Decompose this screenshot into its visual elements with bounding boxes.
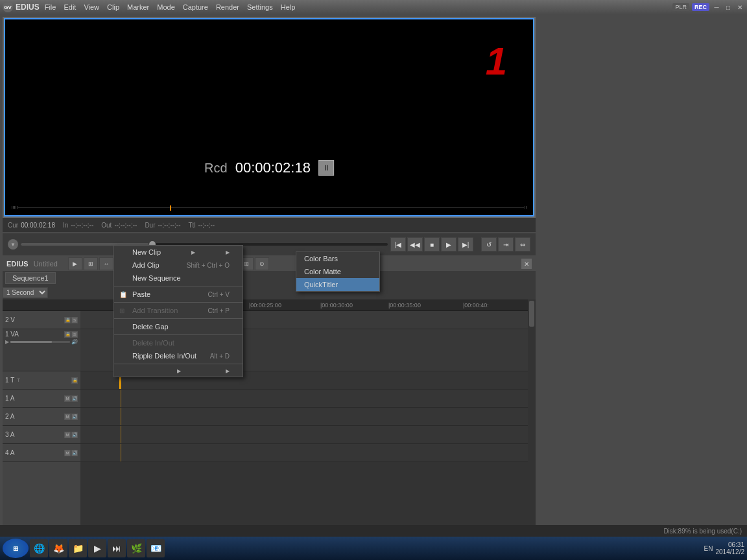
taskbar-time: 06:31 [728, 541, 744, 548]
track-row-2a [80, 408, 528, 426]
ctx-delete-gap[interactable]: Delete Gap [114, 320, 243, 333]
pause-button[interactable]: ⏸ [318, 160, 334, 176]
ctx-paste-shortcut: Ctrl + V [208, 291, 230, 298]
ctx-add-transition-label: Add Transition [132, 307, 178, 314]
scale-select[interactable]: 1 Second [3, 287, 48, 298]
track-1a-vol[interactable]: 🔊 [71, 395, 78, 402]
taskbar-date: 2014/12/2 [716, 548, 745, 555]
btn-match-frame[interactable]: ⇥ [498, 237, 514, 251]
ctx-delete-inout-label: Delete In/Out [132, 339, 174, 347]
track-4a-mute[interactable]: M [64, 450, 71, 456]
menu-view[interactable]: View [84, 3, 99, 11]
tool-btn-2[interactable]: ⊞ [84, 257, 98, 270]
taskbar-icon-2[interactable]: 🦊 [49, 539, 67, 557]
track-label-2a: 2 A M 🔊 [3, 408, 80, 426]
maximize-button[interactable]: □ [724, 3, 733, 12]
ctx-sep-1 [114, 286, 243, 286]
menu-file[interactable]: File [45, 3, 56, 11]
menu-clip[interactable]: Clip [107, 3, 119, 11]
track-1a-mute[interactable]: M [64, 395, 71, 402]
ctx-ripple-delete[interactable]: Ripple Delete In/Out Alt + D [114, 349, 243, 362]
btn-play-rev[interactable]: ◀◀ [407, 237, 423, 251]
menu-render[interactable]: Render [216, 3, 239, 11]
btn-sync[interactable]: ⇔ [515, 237, 530, 251]
preview-timecode: Rcd 00:00:02:18 ⏸ [204, 159, 334, 176]
rec-badge: REC [692, 3, 709, 11]
taskbar-icon-1[interactable]: 🌐 [30, 539, 48, 557]
in-value: --:--:--:-- [71, 222, 93, 229]
ruler-mark-3: |00:00:25:00 [249, 302, 281, 309]
ctx-add-clip[interactable]: Add Clip Shift + Ctrl + O [114, 259, 243, 272]
track-3a-vol[interactable]: 🔊 [71, 432, 78, 438]
sub-color-bars[interactable]: Color Bars [296, 252, 379, 265]
start-button[interactable]: ⊞ [3, 539, 29, 558]
btn-next-mark[interactable]: ▶| [458, 237, 473, 251]
minimize-button[interactable]: ─ [712, 3, 721, 12]
btn-prev-mark[interactable]: |◀ [390, 237, 406, 251]
sub-quicktitler[interactable]: QuickTitler [296, 278, 379, 291]
sub-color-matte[interactable]: Color Matte [296, 265, 379, 278]
edius2-close[interactable]: ✕ [521, 259, 532, 269]
ctx-add-clip-label: Add Clip [132, 261, 160, 269]
track-scrollbar-v[interactable] [528, 299, 536, 552]
track-2a-vol[interactable]: 🔊 [71, 414, 78, 420]
ctx-add-clip-shortcut: Shift + Ctrl + O [187, 262, 230, 269]
track-label-2v: 2 V 🔒 S [3, 311, 80, 329]
menu-settings[interactable]: Settings [247, 3, 273, 11]
out-value: --:--:--:-- [114, 222, 137, 229]
btn-play[interactable]: ▶ [441, 237, 456, 251]
tool-btn-1[interactable]: ▶ [68, 257, 82, 270]
taskbar-clock: 06:31 2014/12/2 [716, 541, 745, 555]
track-2v-name: 2 V [5, 316, 15, 323]
dur-timecode: Dur --:--:--:-- [145, 222, 180, 229]
tool-btn-13[interactable]: ⊙ [255, 257, 269, 270]
ctx-new-sequence[interactable]: New Sequence [114, 272, 243, 285]
track-1va-sync[interactable]: S [71, 331, 78, 338]
taskbar-lang: EN [704, 545, 713, 552]
track-3a-mute[interactable]: M [64, 432, 71, 438]
disk-status: Disk:89% is being used(C:) [663, 528, 742, 535]
taskbar-icon-4[interactable]: ▶ [88, 539, 106, 557]
track-2a-mute[interactable]: M [64, 414, 71, 420]
plr-badge: PLR [672, 3, 689, 11]
edius2-titlebar: EDIUS Untitled ▶ ⊞ ↔ ✂ ⌷ ⊡ ⊠ T 🎤 ⊞ ≡ ⊞ ⊙… [3, 257, 536, 271]
btn-loop[interactable]: ↺ [481, 237, 497, 251]
sequence-tab[interactable]: Sequence1 [5, 272, 56, 284]
track-row-3a [80, 426, 528, 444]
menu-mode[interactable]: Mode [157, 3, 175, 11]
taskbar-icon-3[interactable]: 📁 [69, 539, 87, 557]
taskbar-icon-7[interactable]: 📧 [147, 539, 165, 557]
menu-marker[interactable]: Marker [127, 3, 149, 11]
ctx-paste[interactable]: 📋 Paste Ctrl + V [114, 288, 243, 301]
track-1t-name: 1 T [5, 377, 14, 384]
track-4a-vol[interactable]: 🔊 [71, 450, 78, 456]
ctx-sep-5 [114, 364, 243, 364]
menu-edit[interactable]: Edit [64, 3, 76, 11]
taskbar-icon-6[interactable]: 🌿 [127, 539, 145, 557]
taskbar-right: EN 06:31 2014/12/2 [704, 541, 744, 555]
taskbar-icon-5[interactable]: ⏭ [108, 539, 126, 557]
track-2v-sync[interactable]: S [71, 317, 78, 323]
ruler-label [3, 299, 80, 311]
tool-btn-3[interactable]: ↔ [99, 257, 113, 270]
transport-marker[interactable]: ▼ [8, 239, 18, 250]
ctx-select[interactable]: ▶ [114, 366, 243, 377]
close-button[interactable]: ✕ [735, 3, 744, 12]
timeline-scale-bar: 1 Second [3, 285, 536, 299]
menu-capture[interactable]: Capture [183, 3, 208, 11]
out-label: Out [101, 222, 112, 229]
sequence-panel: Sequence1 [3, 271, 536, 285]
ruler-mark-6: |00:00:40: [463, 302, 489, 309]
btn-stop[interactable]: ■ [424, 237, 440, 251]
ctx-new-sequence-label: New Sequence [132, 274, 181, 282]
track-1t-icon: T [17, 377, 20, 383]
ctx-select-arrow: ▶ [177, 368, 181, 374]
preview-ruler [12, 206, 527, 209]
ctx-new-clip[interactable]: New Clip ▶ [114, 246, 243, 259]
track-1va-lock[interactable]: 🔒 [64, 331, 71, 338]
in-label: In [63, 222, 68, 229]
menu-help[interactable]: Help [281, 3, 296, 11]
track-1t-lock[interactable]: 🔒 [71, 377, 78, 384]
cur-value: 00:00:02:18 [21, 222, 55, 229]
track-2v-lock[interactable]: 🔒 [64, 317, 71, 323]
